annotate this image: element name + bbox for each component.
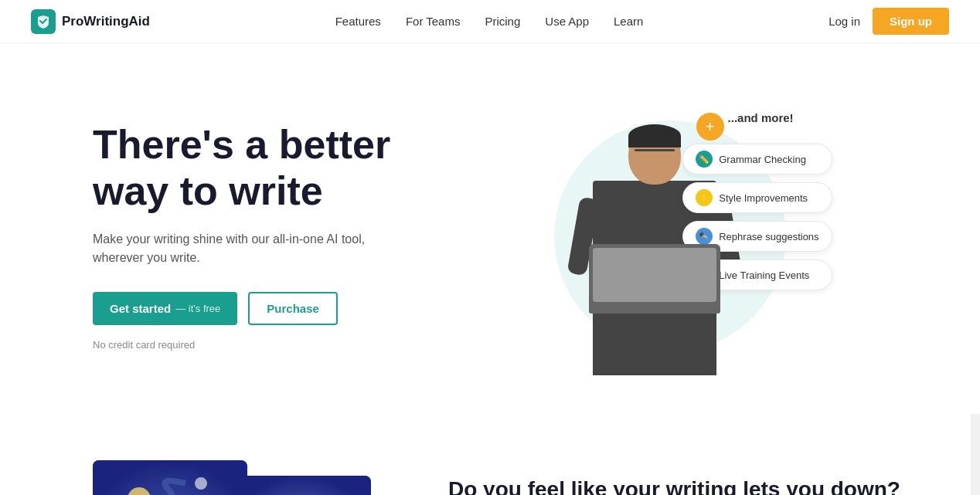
get-started-button[interactable]: Get started — it's free (93, 292, 237, 325)
nav-links: Features For Teams Pricing Use App Learn (335, 15, 644, 29)
get-started-label: Get started (110, 302, 171, 315)
starry-night-svg (93, 460, 247, 495)
free-label: — it's free (175, 303, 220, 314)
hero-title-line1: There's a better (93, 122, 390, 167)
rephrase-label: Rephrase suggestions (719, 231, 818, 242)
svg-rect-4 (232, 476, 371, 495)
training-label: Live Training Events (719, 270, 809, 281)
nav-actions: Log in Sign up (829, 8, 949, 35)
grammar-label: Grammar Checking (719, 154, 806, 165)
navbar: ProWritingAid Features For Teams Pricing… (0, 0, 980, 43)
section-two-left: My idea in my head (93, 460, 402, 495)
rephrase-icon: ✒️ (696, 228, 713, 245)
hero-title-line2: way to write (93, 168, 323, 213)
hero-right: ✏️ Grammar Checking ⚡ Style Improvements… (390, 90, 949, 383)
hero-title: There's a better way to write (93, 122, 390, 215)
nav-use-app[interactable]: Use App (545, 15, 589, 28)
art-card-2-svg (232, 476, 371, 495)
section-two-right: Do you feel like your writing lets you d… (448, 460, 949, 495)
logo-icon (31, 9, 56, 34)
person-hair (628, 124, 681, 147)
hero-illustration: ✏️ Grammar Checking ⚡ Style Improvements… (523, 97, 817, 375)
chip-grammar: ✏️ Grammar Checking (682, 144, 832, 175)
login-button[interactable]: Log in (829, 15, 860, 28)
section-two-title: Do you feel like your writing lets you d… (448, 476, 949, 495)
person-head (628, 124, 681, 185)
nav-pricing[interactable]: Pricing (485, 15, 520, 28)
style-icon: ⚡ (696, 189, 713, 206)
purchase-button[interactable]: Purchase (248, 292, 338, 325)
nav-for-teams[interactable]: For Teams (406, 15, 461, 28)
grammar-icon: ✏️ (696, 151, 713, 168)
style-label: Style Improvements (719, 192, 808, 204)
nav-learn[interactable]: Learn (614, 15, 643, 28)
chip-style: ⚡ Style Improvements (682, 182, 832, 213)
nav-features[interactable]: Features (335, 15, 381, 28)
hero-buttons: Get started — it's free Purchase (93, 292, 390, 325)
hero-note: No credit card required (93, 339, 390, 351)
hero-subtitle: Make your writing shine with our all-in-… (93, 230, 390, 267)
svg-point-2 (195, 477, 207, 490)
logo-svg (36, 14, 51, 29)
hero-section: There's a better way to write Make your … (0, 43, 980, 414)
art-stack: My idea in my head (93, 460, 371, 495)
art-card-2 (232, 476, 371, 495)
signup-button[interactable]: Sign up (873, 8, 949, 35)
laptop-screen (593, 248, 716, 302)
plus-badge: + (696, 113, 724, 141)
laptop (589, 244, 720, 314)
section-two: My idea in my head (0, 414, 980, 495)
art-card-starry-night: My idea in my head (93, 460, 247, 495)
logo-link[interactable]: ProWritingAid (31, 9, 150, 34)
and-more-text: ...and more! (728, 111, 794, 124)
glasses (635, 149, 675, 151)
logo-text: ProWritingAid (62, 14, 150, 29)
hero-left: There's a better way to write Make your … (93, 122, 390, 351)
